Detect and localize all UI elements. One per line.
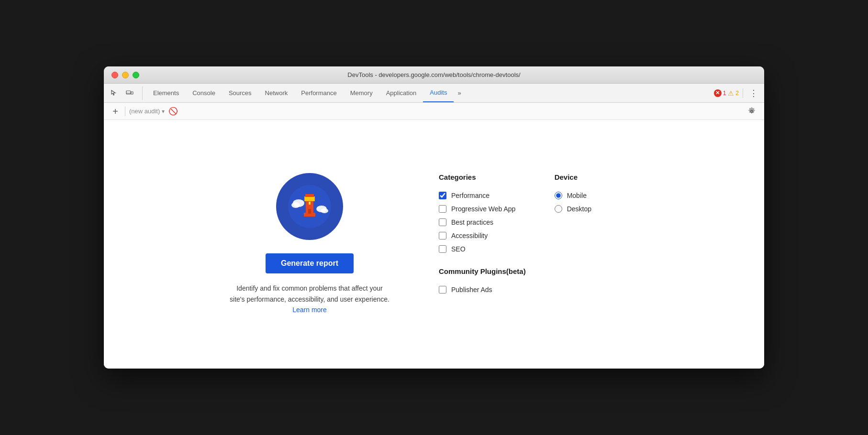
category-accessibility[interactable]: Accessibility xyxy=(439,229,526,242)
minimize-button[interactable] xyxy=(122,72,129,78)
tab-sources[interactable]: Sources xyxy=(222,84,258,102)
category-performance[interactable]: Performance xyxy=(439,189,526,202)
device-column: Device Mobile Desktop xyxy=(555,173,591,296)
svg-rect-10 xyxy=(305,194,314,197)
device-toggle-icon[interactable] xyxy=(123,87,136,100)
tab-performance[interactable]: Performance xyxy=(294,84,343,102)
toolbar-divider xyxy=(743,88,743,98)
category-pwa[interactable]: Progressive Web App xyxy=(439,202,526,216)
svg-point-5 xyxy=(291,202,300,208)
error-badge[interactable]: ✕ 1 xyxy=(714,89,726,97)
left-section: Generate report Identify and fix common … xyxy=(219,173,401,315)
svg-point-7 xyxy=(321,208,328,213)
toolbar-icons xyxy=(108,87,143,100)
category-seo[interactable]: SEO xyxy=(439,242,526,256)
tab-console[interactable]: Console xyxy=(186,84,222,102)
warning-badge[interactable]: ⚠ 2 xyxy=(728,89,739,97)
main-content: Generate report Identify and fix common … xyxy=(104,120,764,369)
svg-rect-1 xyxy=(131,92,133,94)
window-title: DevTools - developers.google.com/web/too… xyxy=(347,71,520,78)
generate-report-button[interactable]: Generate report xyxy=(266,253,354,273)
tab-network[interactable]: Network xyxy=(258,84,295,102)
more-menu-button[interactable]: ⋮ xyxy=(747,87,760,100)
performance-checkbox[interactable] xyxy=(439,192,446,199)
audit-dropdown[interactable]: (new audit) ▾ xyxy=(129,108,165,115)
tab-memory[interactable]: Memory xyxy=(344,84,379,102)
device-mobile[interactable]: Mobile xyxy=(555,189,591,202)
mobile-radio[interactable] xyxy=(555,192,562,199)
warning-icon: ⚠ xyxy=(728,89,734,97)
svg-rect-0 xyxy=(126,91,131,94)
inspect-icon[interactable] xyxy=(108,87,121,100)
traffic-lights xyxy=(111,72,139,78)
learn-more-link[interactable]: Learn more xyxy=(292,306,327,314)
categories-heading: Categories xyxy=(439,173,526,181)
secondary-toolbar: + (new audit) ▾ 🚫 xyxy=(104,103,764,120)
secondary-divider xyxy=(125,107,125,116)
audits-panel: Generate report Identify and fix common … xyxy=(219,173,649,315)
tab-audits[interactable]: Audits xyxy=(423,84,454,102)
toolbar-right: ✕ 1 ⚠ 2 ⋮ xyxy=(714,87,760,100)
more-tabs-button[interactable]: » xyxy=(454,84,465,102)
lighthouse-logo xyxy=(276,173,343,240)
svg-rect-13 xyxy=(309,202,311,205)
svg-rect-12 xyxy=(308,209,311,214)
seo-checkbox[interactable] xyxy=(439,245,446,253)
tab-elements[interactable]: Elements xyxy=(146,84,186,102)
category-best-practices[interactable]: Best practices xyxy=(439,216,526,229)
devtools-window: DevTools - developers.google.com/web/too… xyxy=(104,66,764,369)
publisher-ads-checkbox[interactable] xyxy=(439,286,446,294)
community-plugins-section: Community Plugins(beta) Publisher Ads xyxy=(439,267,526,296)
category-publisher-ads[interactable]: Publisher Ads xyxy=(439,283,526,296)
description-text: Identify and fix common problems that af… xyxy=(228,283,391,315)
title-bar: DevTools - developers.google.com/web/too… xyxy=(104,66,764,84)
maximize-button[interactable] xyxy=(133,72,139,78)
device-desktop[interactable]: Desktop xyxy=(555,202,591,216)
add-audit-button[interactable]: + xyxy=(110,106,121,117)
pwa-checkbox[interactable] xyxy=(439,205,446,213)
block-icon: 🚫 xyxy=(168,107,178,116)
error-icon: ✕ xyxy=(714,89,722,97)
right-section: Categories Performance Progressive Web A… xyxy=(439,173,649,296)
device-heading: Device xyxy=(555,173,591,181)
accessibility-checkbox[interactable] xyxy=(439,232,446,239)
desktop-radio[interactable] xyxy=(555,205,562,213)
dropdown-arrow-icon: ▾ xyxy=(162,108,165,115)
nav-tabs: Elements Console Sources Network Perform… xyxy=(146,84,714,102)
categories-column: Categories Performance Progressive Web A… xyxy=(439,173,526,296)
devtools-toolbar: Elements Console Sources Network Perform… xyxy=(104,84,764,103)
best-practices-checkbox[interactable] xyxy=(439,218,446,226)
community-plugins-heading: Community Plugins(beta) xyxy=(439,267,526,275)
svg-rect-14 xyxy=(305,197,314,201)
close-button[interactable] xyxy=(111,72,118,78)
settings-button[interactable] xyxy=(745,105,758,118)
tab-application[interactable]: Application xyxy=(379,84,423,102)
